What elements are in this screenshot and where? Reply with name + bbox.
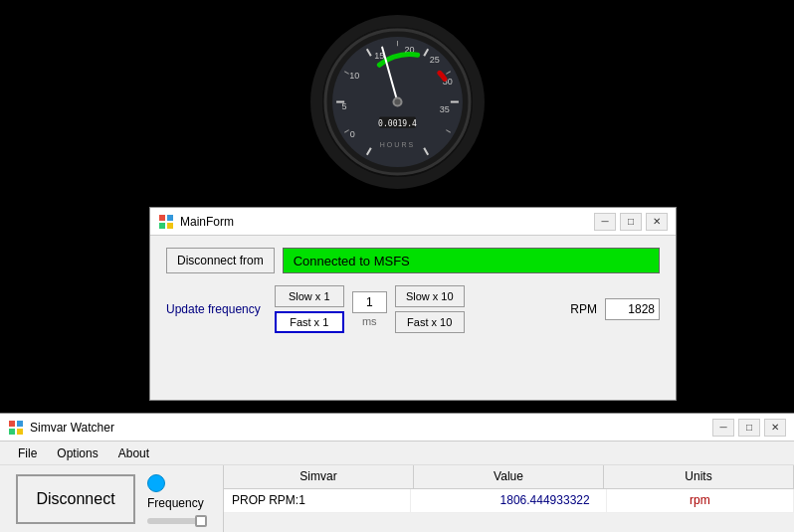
menu-file[interactable]: File [8, 444, 47, 462]
mainform-minimize-btn[interactable]: ─ [594, 213, 616, 231]
gauge-svg: 0 5 10 15 20 25 30 35 [322, 27, 473, 177]
simvar-close-btn[interactable]: ✕ [764, 419, 786, 437]
menu-about[interactable]: About [108, 444, 159, 462]
svg-text:0.0019.4: 0.0019.4 [378, 119, 417, 128]
frequency-row: Update frequency Slow x 1 Fast x 1 ms Sl… [166, 285, 660, 333]
svg-rect-28 [167, 215, 173, 221]
simvar-titlebar: Simvar Watcher ─ □ ✕ [0, 414, 794, 442]
svg-text:25: 25 [429, 55, 439, 65]
frequency-indicator-label: Frequency [147, 496, 204, 510]
svg-rect-33 [9, 429, 15, 435]
col-value: Value [414, 465, 604, 488]
rpm-value-display: 1828 [605, 298, 660, 320]
mainform-content: Disconnect from Connected to MSFS Update… [150, 236, 676, 345]
svg-rect-30 [167, 223, 173, 229]
col-units: Units [604, 465, 794, 488]
rpm-section: RPM 1828 [570, 298, 660, 320]
ms-container: ms [352, 291, 387, 327]
frequency-slider-thumb [195, 515, 207, 527]
svg-text:HOURS: HOURS [379, 141, 414, 148]
frequency-indicator: Frequency [147, 474, 207, 524]
ms-input[interactable] [352, 291, 387, 313]
mainform-titlebar-controls: ─ □ ✕ [594, 213, 668, 231]
titlebar-left: MainForm [158, 214, 234, 230]
simvar-titlebar-controls: ─ □ ✕ [712, 419, 786, 437]
slow-x10-button[interactable]: Slow x 10 [395, 285, 465, 307]
gauge-area: 0 5 10 15 20 25 30 35 [0, 0, 794, 204]
mainform-maximize-btn[interactable]: □ [620, 213, 642, 231]
simvar-left-panel: Disconnect Frequency [0, 465, 224, 532]
simvar-icon [8, 420, 24, 436]
ms-label: ms [362, 315, 377, 327]
disconnect-button[interactable]: Disconnect [16, 474, 135, 524]
simvar-titlebar-left: Simvar Watcher [8, 420, 114, 436]
row-simvar-value: 1806.444933322 [411, 489, 606, 512]
mainform-close-btn[interactable]: ✕ [646, 213, 668, 231]
row-simvar-name: PROP RPM:1 [224, 489, 411, 512]
slow-x1-button[interactable]: Slow x 1 [275, 285, 344, 307]
update-frequency-label: Update frequency [166, 302, 261, 316]
svg-rect-27 [159, 215, 165, 221]
simvar-table: Simvar Value Units PROP RPM:1 1806.44493… [224, 465, 794, 532]
simvar-title: Simvar Watcher [30, 421, 114, 435]
svg-rect-29 [159, 223, 165, 229]
simvar-body: Disconnect Frequency Simvar Value Units … [0, 465, 794, 532]
svg-text:0: 0 [349, 129, 354, 139]
table-row: PROP RPM:1 1806.444933322 rpm [224, 489, 794, 513]
svg-text:35: 35 [439, 104, 449, 114]
frequency-slider[interactable] [147, 518, 207, 524]
mainform-titlebar: MainForm ─ □ ✕ [150, 208, 676, 236]
fast-x1-button[interactable]: Fast x 1 [275, 311, 344, 333]
col-simvar: Simvar [224, 465, 414, 488]
connected-status-display: Connected to MSFS [283, 248, 660, 273]
svg-text:10: 10 [349, 71, 359, 81]
fast-x10-button[interactable]: Fast x 10 [395, 311, 465, 333]
connection-row: Disconnect from Connected to MSFS [166, 248, 660, 273]
mainform-window: MainForm ─ □ ✕ Disconnect from Connected… [149, 207, 677, 401]
menu-options[interactable]: Options [47, 444, 107, 462]
freq-left-buttons: Slow x 1 Fast x 1 [275, 285, 344, 333]
simvar-minimize-btn[interactable]: ─ [712, 419, 734, 437]
svg-rect-34 [17, 429, 23, 435]
row-simvar-units: rpm [607, 489, 794, 512]
mainform-icon [158, 214, 174, 230]
svg-rect-32 [17, 421, 23, 427]
gauge-instrument: 0 5 10 15 20 25 30 35 [310, 15, 485, 189]
frequency-dot [147, 474, 165, 492]
rpm-label: RPM [570, 302, 597, 316]
table-header: Simvar Value Units [224, 465, 794, 489]
simvar-watcher-window: Simvar Watcher ─ □ ✕ File Options About … [0, 413, 794, 532]
simvar-maximize-btn[interactable]: □ [738, 419, 760, 437]
freq-right-buttons: Slow x 10 Fast x 10 [395, 285, 465, 333]
disconnect-from-button[interactable]: Disconnect from [166, 248, 275, 273]
mainform-title: MainForm [180, 215, 234, 229]
svg-point-23 [394, 98, 400, 104]
svg-rect-31 [9, 421, 15, 427]
simvar-menu: File Options About [0, 442, 794, 465]
